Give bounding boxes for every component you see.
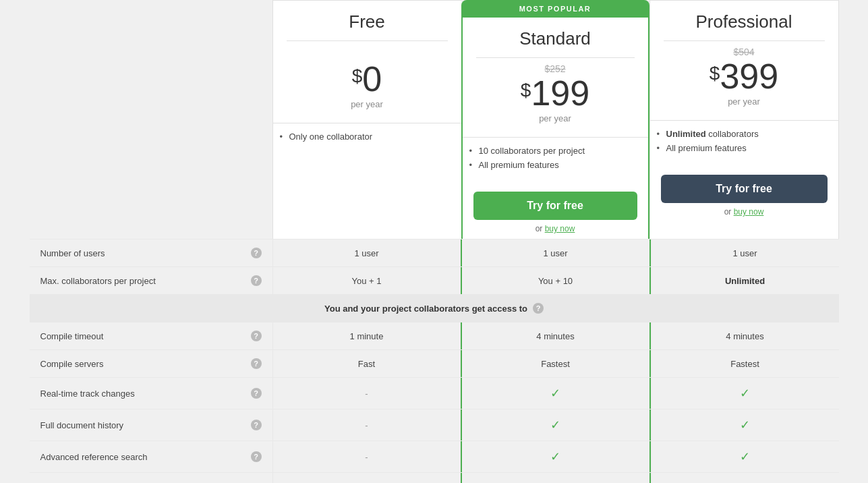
free-features-list: Only one collaborator — [273, 123, 461, 171]
check-icon: ✓ — [740, 418, 750, 432]
standard-buy-now-text: or buy now — [473, 224, 637, 233]
table-row: Advanced reference search?-✓✓ — [30, 441, 839, 472]
feature-label: Number of users — [40, 248, 105, 258]
feature-label-cell: Max. collaborators per project? — [30, 267, 272, 294]
feature-value-cell: - — [272, 409, 461, 441]
standard-plan-wrapper: MOST POPULAR Standard $252 $ 199 per yea… — [461, 0, 649, 239]
standard-price-symbol: $ — [521, 80, 531, 101]
feature-label: Real-time track changes — [40, 389, 135, 399]
feature-label-cell: Full document history? — [30, 409, 272, 441]
feature-value-cell: ✓ — [651, 441, 839, 472]
help-icon[interactable]: ? — [533, 303, 544, 314]
feature-value-cell: 1 minute — [272, 322, 461, 349]
standard-plan-name: Standard — [476, 28, 635, 49]
professional-try-free-button[interactable]: Try for free — [661, 175, 828, 203]
feature-label-cell: Advanced reference search? — [30, 441, 272, 472]
professional-price-amount: 399 — [720, 59, 778, 94]
feature-value-cell: ✓ — [461, 473, 651, 483]
table-row: Max. collaborators per project?You + 1Yo… — [30, 266, 839, 294]
list-item: Unlimited collaborators — [657, 129, 832, 139]
free-plan-col: Free $ 0 per year Only one collaborator — [272, 0, 461, 239]
help-icon[interactable]: ? — [251, 451, 262, 462]
help-icon[interactable]: ? — [251, 248, 262, 258]
list-item: Only one collaborator — [280, 132, 455, 142]
standard-price-amount: 199 — [531, 76, 589, 111]
feature-value-cell: ✓ — [651, 473, 839, 483]
feature-value-cell: - — [272, 378, 461, 409]
header-row: Free $ 0 per year Only one collaboratorM… — [30, 0, 839, 239]
free-plan-name: Free — [287, 11, 448, 32]
professional-original-price: $504 — [664, 47, 825, 57]
feature-value-cell: You + 1 — [272, 267, 461, 294]
section-header-cell: You and your project collaborators get a… — [30, 295, 839, 322]
professional-price-symbol: $ — [710, 63, 720, 84]
most-popular-banner: MOST POPULAR — [461, 0, 649, 18]
professional-cta-section: Try for free or buy now — [650, 168, 838, 222]
feature-label-cell: Git integration? — [30, 473, 272, 483]
professional-features-list: Unlimited collaboratorsAll premium featu… — [650, 121, 838, 168]
standard-try-free-button[interactable]: Try for free — [473, 192, 637, 220]
check-icon: ✓ — [740, 449, 750, 464]
feature-value: You + 10 — [538, 276, 573, 286]
pricing-container: Free $ 0 per year Only one collaboratorM… — [30, 0, 839, 483]
feature-value: Fastest — [541, 359, 570, 369]
feature-value-cell: 1 user — [651, 239, 839, 266]
feature-value-cell: ✓ — [651, 378, 839, 409]
standard-cta-section: Try for free or buy now — [463, 185, 648, 239]
feature-label: Compile servers — [40, 359, 104, 369]
feature-value: 1 user — [354, 248, 378, 258]
feature-value-cell: 4 minutes — [651, 322, 839, 349]
feature-value: 4 minutes — [536, 331, 574, 341]
feature-value-cell: Fastest — [651, 350, 839, 377]
table-row: Real-time track changes?-✓✓ — [30, 377, 839, 409]
feature-value: 1 user — [543, 248, 567, 258]
feature-value-cell: Fast — [272, 350, 461, 377]
feature-value-dash: - — [365, 420, 368, 430]
help-icon[interactable]: ? — [251, 388, 262, 399]
feature-label: Max. collaborators per project — [40, 276, 156, 286]
section-header-label: You and your project collaborators get a… — [324, 304, 527, 314]
feature-value-cell: Fastest — [461, 350, 651, 377]
free-price-period: per year — [287, 99, 448, 109]
professional-buy-now-link[interactable]: buy now — [734, 207, 764, 217]
standard-original-price: $252 — [476, 63, 635, 74]
feature-value-cell: ✓ — [651, 409, 839, 441]
standard-price-period: per year — [476, 113, 635, 123]
feature-value-cell: 1 user — [272, 239, 461, 266]
feature-value-cell: - — [272, 441, 461, 472]
list-item: All premium features — [469, 160, 641, 170]
free-price-amount: 0 — [362, 61, 382, 96]
free-cta-area — [273, 171, 461, 196]
feature-value-cell: 1 user — [461, 239, 651, 266]
label-col-spacer — [30, 0, 272, 239]
table-row: Git integration?-✓✓ — [30, 472, 839, 483]
feature-label: Compile timeout — [40, 331, 104, 341]
check-icon: ✓ — [550, 449, 560, 464]
check-icon: ✓ — [740, 386, 750, 401]
help-icon[interactable]: ? — [251, 358, 262, 369]
table-row: Compile timeout?1 minute4 minutes4 minut… — [30, 322, 839, 349]
feature-value-dash: - — [365, 389, 368, 399]
standard-buy-now-link[interactable]: buy now — [545, 224, 575, 233]
feature-value: Fast — [358, 359, 375, 369]
help-icon[interactable]: ? — [251, 420, 262, 430]
feature-value-bold: Unlimited — [725, 276, 765, 286]
feature-value-cell: ✓ — [461, 409, 651, 441]
page-wrapper: Free $ 0 per year Only one collaboratorM… — [0, 0, 868, 483]
feature-value: Fastest — [730, 359, 759, 369]
feature-label-cell: Compile servers? — [30, 350, 272, 377]
feature-label-cell: Number of users? — [30, 239, 272, 266]
free-price-symbol: $ — [352, 65, 363, 87]
feature-value-cell: 4 minutes — [461, 322, 651, 349]
help-icon[interactable]: ? — [251, 331, 262, 341]
feature-value: 4 minutes — [726, 331, 763, 341]
help-icon[interactable]: ? — [251, 275, 262, 286]
feature-value-cell: ✓ — [461, 441, 651, 472]
feature-label-cell: Real-time track changes? — [30, 378, 272, 409]
table-row: You and your project collaborators get a… — [30, 294, 839, 322]
table-row: Number of users?1 user1 user1 user — [30, 239, 839, 266]
feature-value-dash: - — [365, 452, 368, 462]
list-item: All premium features — [657, 143, 832, 153]
table-row: Full document history?-✓✓ — [30, 409, 839, 441]
professional-price-period: per year — [664, 96, 825, 107]
